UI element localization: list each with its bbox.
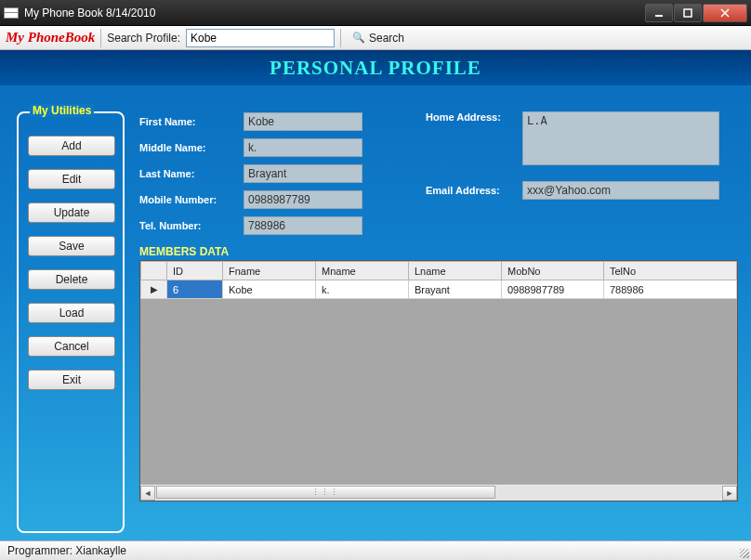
- scroll-thumb[interactable]: ⋮⋮⋮: [156, 486, 495, 499]
- minimize-button[interactable]: [645, 4, 673, 22]
- svg-rect-0: [655, 15, 663, 17]
- edit-button[interactable]: Edit: [28, 169, 115, 189]
- search-profile-label: Search Profile:: [107, 32, 180, 45]
- grid-header-row: ID Fname Mname Lname MobNo TelNo: [141, 262, 737, 280]
- exit-button[interactable]: Exit: [28, 370, 115, 390]
- cell-fname[interactable]: Kobe: [223, 280, 316, 299]
- utilities-group-label: My Utilities: [30, 104, 94, 117]
- col-fname[interactable]: Fname: [223, 262, 316, 280]
- grid-corner: [141, 262, 167, 280]
- toolbar-separator: [340, 29, 341, 47]
- col-telno[interactable]: TelNo: [604, 262, 737, 280]
- tel-number-label: Tel. Number:: [139, 220, 244, 231]
- col-mname[interactable]: Mname: [316, 262, 409, 280]
- maximize-button[interactable]: [674, 4, 702, 22]
- search-button[interactable]: 🔍 Search: [347, 29, 410, 47]
- window-icon: [4, 7, 19, 19]
- cell-telno[interactable]: 788986: [604, 280, 737, 299]
- members-grid[interactable]: ID Fname Mname Lname MobNo TelNo ▶ 6 Kob: [139, 260, 738, 501]
- middle-name-field[interactable]: [244, 138, 362, 157]
- search-icon: 🔍: [352, 32, 365, 44]
- search-input[interactable]: [186, 29, 335, 47]
- toolbar: My PhoneBook Search Profile: 🔍 Search: [0, 26, 751, 50]
- window-title: My Phone Book 8/14/2010: [24, 7, 644, 20]
- cancel-button[interactable]: Cancel: [28, 336, 115, 357]
- delete-button[interactable]: Delete: [28, 269, 115, 290]
- last-name-label: Last Name:: [139, 168, 244, 179]
- cell-id[interactable]: 6: [167, 280, 223, 299]
- first-name-label: First Name:: [139, 116, 244, 127]
- header-band: PERSONAL PROFILE: [0, 50, 751, 85]
- scroll-track[interactable]: ⋮⋮⋮: [156, 486, 721, 501]
- content-area: My Utilities Add Edit Update Save Delete…: [0, 85, 751, 540]
- middle-name-label: Middle Name:: [139, 142, 244, 153]
- scroll-left-icon[interactable]: ◄: [140, 486, 155, 501]
- email-address-label: Email Address:: [426, 185, 522, 196]
- home-address-label: Home Address:: [426, 111, 522, 123]
- page-title: PERSONAL PROFILE: [270, 57, 481, 80]
- members-data-label: MEMBERS DATA: [139, 245, 738, 258]
- load-button[interactable]: Load: [28, 303, 115, 323]
- col-mobno[interactable]: MobNo: [502, 262, 604, 280]
- home-address-field[interactable]: [522, 111, 719, 165]
- titlebar: My Phone Book 8/14/2010: [0, 0, 751, 26]
- mobile-number-field[interactable]: [244, 190, 362, 209]
- svg-rect-1: [684, 9, 692, 17]
- first-name-field[interactable]: [244, 112, 362, 131]
- close-button[interactable]: [703, 4, 747, 22]
- scroll-right-icon[interactable]: ►: [722, 486, 737, 501]
- utilities-panel: My Utilities Add Edit Update Save Delete…: [17, 111, 125, 533]
- save-button[interactable]: Save: [28, 236, 115, 256]
- grid-horizontal-scrollbar[interactable]: ◄ ⋮⋮⋮ ►: [140, 484, 737, 501]
- form-area: First Name: Middle Name: Last Name: Mobi…: [139, 111, 738, 533]
- toolbar-separator: [100, 29, 101, 47]
- last-name-field[interactable]: [244, 164, 362, 183]
- update-button[interactable]: Update: [28, 202, 115, 223]
- row-indicator-icon: ▶: [141, 280, 167, 299]
- table-row[interactable]: ▶ 6 Kobe k. Brayant 0988987789 788986: [141, 280, 737, 299]
- status-text: Programmer: Xiankaylle: [7, 544, 126, 557]
- cell-lname[interactable]: Brayant: [409, 280, 502, 299]
- cell-mname[interactable]: k.: [316, 280, 409, 299]
- search-button-label: Search: [369, 32, 404, 45]
- tel-number-field[interactable]: [244, 216, 362, 235]
- email-address-field[interactable]: [522, 181, 719, 200]
- mobile-number-label: Mobile Number:: [139, 194, 244, 205]
- col-id[interactable]: ID: [167, 262, 223, 280]
- brand-label: My PhoneBook: [6, 30, 95, 46]
- add-button[interactable]: Add: [28, 136, 115, 156]
- col-lname[interactable]: Lname: [409, 262, 502, 280]
- statusbar: Programmer: Xiankaylle: [0, 540, 751, 560]
- cell-mobno[interactable]: 0988987789: [502, 280, 604, 299]
